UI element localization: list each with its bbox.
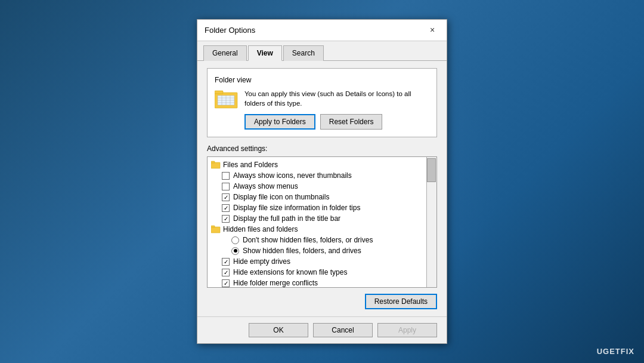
list-item[interactable]: Always show menus: [208, 181, 436, 192]
apply-button[interactable]: Apply: [377, 323, 437, 337]
apply-to-folders-button[interactable]: Apply to Folders: [244, 114, 315, 130]
restore-defaults-button[interactable]: Restore Defaults: [365, 294, 437, 309]
checkbox-always-icons[interactable]: [222, 172, 230, 180]
list-item: Hidden files and folders: [208, 224, 436, 235]
reset-folders-button[interactable]: Reset Folders: [320, 114, 383, 130]
checkbox-full-path-title[interactable]: [222, 215, 230, 223]
advanced-settings-listbox[interactable]: Files and Folders Always show icons, nev…: [207, 156, 437, 288]
radio-show-hidden[interactable]: [231, 247, 239, 255]
scrollbar[interactable]: [426, 157, 436, 287]
listbox-inner: Files and Folders Always show icons, nev…: [208, 157, 436, 288]
folder-view-text: You can apply this view (such as Details…: [244, 89, 429, 108]
svg-rect-11: [211, 227, 220, 233]
folder-options-dialog: Folder Options × General View Search Fol…: [197, 19, 447, 344]
folder-view-section: Folder view: [207, 68, 437, 137]
checkbox-hide-merge-conflicts[interactable]: [222, 279, 230, 287]
title-bar: Folder Options ×: [197, 20, 447, 41]
category-hidden-files: Hidden files and folders: [223, 225, 298, 233]
dialog-title: Folder Options: [205, 26, 255, 35]
folder-view-label: Folder view: [215, 76, 429, 84]
folder-buttons: Apply to Folders Reset Folders: [244, 114, 429, 130]
list-item[interactable]: Don't show hidden files, folders, or dri…: [208, 235, 436, 245]
category-label: Files and Folders: [223, 161, 278, 169]
list-item: Files and Folders: [208, 159, 436, 170]
list-item[interactable]: Always show icons, never thumbnails: [208, 170, 436, 181]
cancel-button[interactable]: Cancel: [313, 323, 373, 337]
dialog-content: Folder view: [197, 61, 447, 316]
ok-button[interactable]: OK: [249, 323, 308, 337]
folder-icon: [215, 89, 239, 112]
list-item[interactable]: Display file icon on thumbnails: [208, 192, 436, 202]
checkbox-hide-empty-drives[interactable]: [222, 258, 230, 266]
scrollbar-thumb[interactable]: [427, 158, 436, 182]
tab-search[interactable]: Search: [283, 45, 324, 61]
folder-view-inner: You can apply this view (such as Details…: [215, 89, 429, 130]
list-item[interactable]: Hide extensions for known file types: [208, 267, 436, 278]
checkbox-file-icon-thumbnails[interactable]: [222, 193, 230, 201]
list-item[interactable]: Show hidden files, folders, and drives: [208, 245, 436, 256]
checkbox-always-menus[interactable]: [222, 183, 230, 190]
watermark: UGETFIX: [597, 347, 634, 356]
tab-general[interactable]: General: [203, 45, 247, 61]
dialog-footer: OK Cancel Apply: [197, 316, 447, 343]
folder-view-description: You can apply this view (such as Details…: [244, 89, 429, 130]
list-item[interactable]: Hide empty drives: [208, 256, 436, 267]
close-button[interactable]: ×: [425, 23, 439, 37]
svg-rect-12: [211, 226, 215, 227]
checkbox-hide-extensions[interactable]: [222, 269, 230, 276]
advanced-settings-label: Advanced settings:: [207, 144, 437, 153]
radio-dont-show-hidden[interactable]: [231, 236, 239, 244]
svg-rect-10: [211, 161, 215, 163]
list-item[interactable]: Display file size information in folder …: [208, 202, 436, 213]
checkbox-file-size-info[interactable]: [222, 204, 230, 212]
svg-rect-1: [215, 91, 223, 94]
restore-defaults-row: Restore Defaults: [207, 294, 437, 309]
list-item[interactable]: Display the full path in the title bar: [208, 213, 436, 224]
tab-bar: General View Search: [197, 41, 447, 61]
list-item[interactable]: Hide folder merge conflicts: [208, 278, 436, 288]
svg-rect-9: [211, 162, 220, 168]
tab-view[interactable]: View: [248, 45, 282, 61]
